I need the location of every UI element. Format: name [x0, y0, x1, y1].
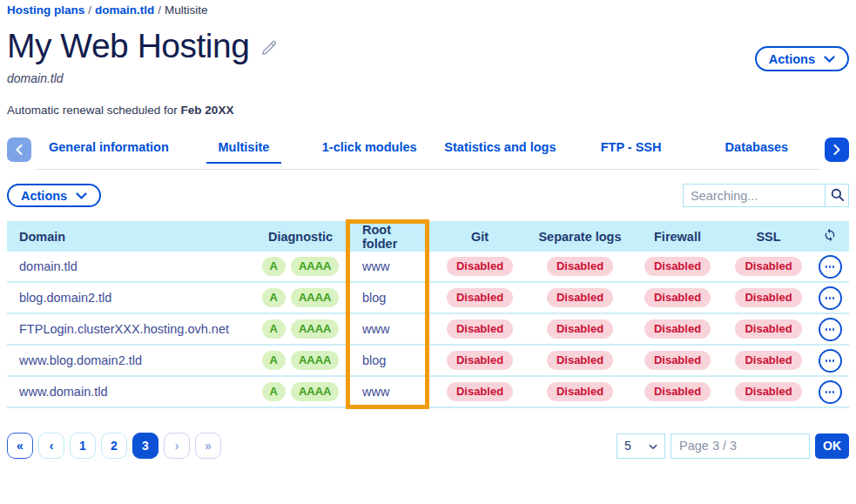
table-body: domain.tldAAAAAwwwDisabledDisabledDisabl…	[7, 252, 849, 408]
root-folder-cell: www	[348, 259, 428, 273]
ssl-cell: Disabled	[726, 257, 811, 276]
column-header-domain: Domain	[7, 230, 253, 244]
breadcrumb-separator: /	[88, 3, 91, 17]
page-button-3[interactable]: 3	[132, 433, 158, 459]
tab-general-information[interactable]: General information	[37, 137, 181, 169]
diagnostic-badge: A	[262, 257, 286, 276]
row-actions-button[interactable]	[819, 318, 842, 341]
diagnostic-cell: AAAAA	[253, 319, 348, 339]
tabs-scroll-right-button[interactable]	[825, 138, 849, 162]
page-jump-input[interactable]	[671, 433, 810, 459]
row-actions-button[interactable]	[819, 286, 842, 310]
renewal-text: Automatic renewal scheduled for	[7, 104, 181, 117]
first-page-button[interactable]: «	[7, 433, 33, 459]
row-actions-cell	[811, 318, 849, 341]
row-actions-button[interactable]	[819, 255, 842, 279]
column-header-separate-logs: Separate logs	[531, 230, 629, 244]
first-page-icon: «	[17, 439, 24, 453]
tab-statistics-and-logs[interactable]: Statistics and logs	[432, 137, 568, 169]
column-header-diagnostic: Diagnostic	[253, 230, 348, 244]
ellipsis-dot-icon	[826, 297, 827, 299]
diagnostic-cell: AAAAA	[253, 288, 348, 307]
edit-title-pencil-icon[interactable]	[259, 38, 279, 61]
column-header-ssl: SSL	[726, 230, 811, 244]
row-actions-cell	[811, 349, 849, 373]
firewall-cell: Disabled	[629, 351, 726, 370]
column-header-firewall: Firewall	[629, 230, 726, 244]
git-status-badge: Disabled	[447, 319, 513, 339]
tab-multisite[interactable]: Multisite	[181, 137, 307, 169]
separate-logs-status-badge: Disabled	[547, 319, 613, 339]
pagination: « ‹ 123 › » 5 OK	[7, 433, 849, 459]
firewall-status-badge: Disabled	[644, 319, 711, 339]
row-actions-button[interactable]	[819, 380, 842, 404]
tab-databases[interactable]: Databases	[694, 137, 819, 169]
page-size-select[interactable]: 5	[617, 433, 665, 459]
page-title: My Web Hosting	[7, 27, 249, 65]
table-row: domain.tldAAAAAwwwDisabledDisabledDisabl…	[7, 252, 849, 283]
page-button-2[interactable]: 2	[101, 433, 127, 459]
search-button[interactable]	[825, 185, 848, 206]
previous-page-button[interactable]: ‹	[38, 433, 64, 459]
last-page-button[interactable]: »	[195, 433, 221, 459]
table-actions-button[interactable]: Actions	[7, 184, 101, 207]
table-toolbar: Actions	[7, 184, 849, 207]
diagnostic-badge: AAAA	[291, 382, 340, 401]
domain-cell: www.domain.tld	[7, 385, 253, 399]
table-header-row: Domain Diagnostic Root folder Git Separa…	[7, 221, 849, 252]
separate-logs-cell: Disabled	[531, 257, 629, 276]
diagnostic-cell: AAAAA	[253, 351, 348, 370]
header-actions-button[interactable]: Actions	[755, 46, 849, 71]
table-row: www.blog.domain2.tldAAAAAblogDisabledDis…	[7, 346, 849, 377]
domain-cell: www.blog.domain2.tld	[7, 353, 253, 367]
firewall-status-badge: Disabled	[644, 257, 711, 276]
firewall-cell: Disabled	[629, 288, 726, 307]
firewall-cell: Disabled	[629, 382, 726, 401]
firewall-status-badge: Disabled	[644, 288, 711, 307]
tabs: General informationMultisite1-click modu…	[37, 137, 819, 170]
ellipsis-dot-icon	[826, 265, 827, 268]
diagnostic-badge: A	[262, 319, 286, 339]
tab-label: 1-click modules	[310, 140, 429, 164]
domain-cell: domain.tld	[7, 259, 253, 273]
chevron-left-icon	[16, 143, 23, 158]
pagination-pages: « ‹ 123 › »	[7, 433, 221, 459]
next-page-icon: ›	[175, 439, 179, 453]
table-row: www.domain.tldAAAAAwwwDisabledDisabledDi…	[7, 377, 849, 408]
breadcrumb-link-hosting-plans[interactable]: Hosting plans	[7, 3, 84, 17]
search-input[interactable]	[684, 185, 825, 206]
diagnostic-badge: A	[262, 351, 286, 370]
next-page-button[interactable]: ›	[164, 433, 190, 459]
git-cell: Disabled	[428, 319, 531, 339]
ssl-cell: Disabled	[726, 288, 811, 307]
table-row: blog.domain2.tldAAAAAblogDisabledDisable…	[7, 283, 849, 314]
breadcrumb-link-domain[interactable]: domain.tld	[95, 3, 154, 17]
firewall-cell: Disabled	[629, 257, 726, 276]
firewall-status-badge: Disabled	[644, 351, 711, 370]
diagnostic-badge: AAAA	[291, 351, 340, 370]
domain-cell: blog.domain2.tld	[7, 291, 253, 305]
tab-1-click-modules[interactable]: 1-click modules	[307, 137, 432, 169]
refresh-button[interactable]	[823, 228, 837, 245]
header-actions-label: Actions	[769, 52, 815, 66]
last-page-icon: »	[205, 439, 212, 453]
ok-button[interactable]: OK	[815, 433, 849, 459]
ellipsis-dot-icon	[832, 328, 834, 331]
page-button-1[interactable]: 1	[70, 433, 96, 459]
git-status-badge: Disabled	[447, 257, 513, 276]
tabs-scroll-left-button[interactable]	[7, 138, 31, 162]
diagnostic-cell: AAAAA	[253, 382, 348, 401]
diagnostic-badge: AAAA	[291, 288, 340, 307]
table-row: FTPLogin.clusterXXX.hosting.ovh.netAAAAA…	[7, 314, 849, 346]
tab-ftp-ssh[interactable]: FTP - SSH	[568, 137, 693, 169]
chevron-down-icon	[76, 189, 87, 203]
ssl-cell: Disabled	[726, 319, 811, 339]
previous-page-icon: ‹	[50, 439, 54, 453]
ssl-status-badge: Disabled	[735, 319, 801, 339]
row-actions-button[interactable]	[819, 349, 842, 373]
ellipsis-dot-icon	[832, 265, 834, 268]
ssl-status-badge: Disabled	[735, 382, 801, 401]
diagnostic-badge: A	[262, 382, 286, 401]
ellipsis-dot-icon	[832, 297, 834, 299]
tab-label: General information	[37, 140, 181, 164]
